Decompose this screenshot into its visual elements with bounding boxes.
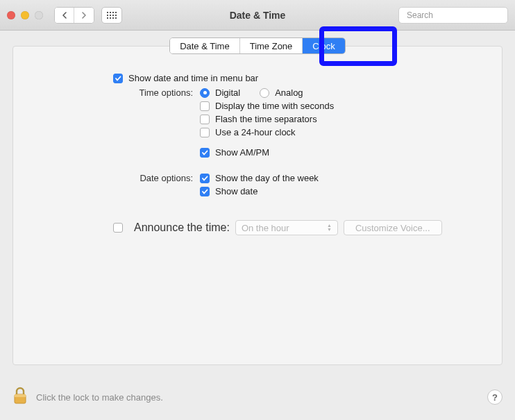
time-format-group: Digital Analog (200, 87, 334, 98)
tab-date-time[interactable]: Date & Time (170, 38, 240, 53)
tab-strip: Date & Time Time Zone Clock (12, 37, 503, 54)
show-in-menubar-label: Show date and time in menu bar (128, 73, 258, 83)
checkbox-flash-separators-label: Flash the time separators (215, 114, 317, 124)
lock-group: Click the lock to make changes. (12, 387, 163, 408)
checkbox-seconds[interactable] (200, 101, 210, 111)
checkmark-icon (201, 149, 208, 156)
show-all-button[interactable] (101, 7, 122, 24)
tab-time-zone[interactable]: Time Zone (240, 38, 303, 53)
footer: Click the lock to make changes. ? (12, 387, 503, 408)
radio-analog-label: Analog (275, 87, 303, 98)
minimize-window-button[interactable] (21, 11, 29, 19)
show-in-menubar-row: Show date and time in menu bar (113, 73, 474, 83)
chevron-right-icon (81, 12, 87, 19)
checkbox-ampm-label: Show AM/PM (215, 147, 269, 158)
close-window-button[interactable] (7, 11, 15, 19)
forward-button[interactable] (74, 8, 94, 23)
traffic-lights (7, 11, 43, 19)
svg-rect-3 (15, 394, 26, 397)
checkbox-seconds-label: Display the time with seconds (215, 101, 334, 111)
search-input[interactable] (407, 10, 511, 20)
select-arrows-icon: ▲▼ (327, 224, 332, 232)
time-options-column: Digital Analog Display the time with sec… (200, 87, 334, 158)
radio-digital-label: Digital (215, 87, 240, 98)
checkbox-show-date[interactable] (200, 187, 210, 196)
lock-icon[interactable] (12, 387, 28, 408)
checkmark-icon (115, 75, 121, 82)
zoom-window-button[interactable] (35, 11, 43, 19)
preferences-window: Date & Time Date & Time Time Zone Clock … (0, 0, 515, 420)
checkbox-show-date-label: Show date (215, 186, 258, 196)
show-in-menubar-checkbox[interactable] (113, 74, 123, 83)
announce-interval-value: On the hour (242, 223, 289, 233)
customize-voice-button: Customize Voice... (344, 220, 442, 235)
checkbox-24h-label: Use a 24-hour clock (215, 127, 296, 137)
search-field-wrap[interactable] (398, 7, 508, 24)
checkbox-ampm[interactable] (200, 148, 210, 158)
date-options-label: Date options: (113, 173, 200, 183)
checkbox-announce[interactable] (113, 223, 123, 233)
back-button[interactable] (55, 8, 74, 23)
radio-analog[interactable] (260, 88, 269, 98)
checkmark-icon (201, 175, 208, 182)
tab-clock[interactable]: Clock (303, 38, 345, 53)
date-options-column: Show the day of the week Show date (200, 173, 319, 196)
clock-panel: Show date and time in menu bar Time opti… (12, 46, 503, 365)
time-options-row: Time options: Digital Analog (113, 87, 474, 158)
date-options-row: Date options: Show the day of the week S… (113, 173, 474, 196)
grid-icon (107, 12, 117, 19)
nav-back-forward (54, 7, 94, 24)
help-button[interactable]: ? (487, 389, 503, 405)
titlebar: Date & Time (0, 0, 515, 31)
checkmark-icon (201, 188, 208, 195)
lock-text: Click the lock to make changes. (36, 392, 163, 403)
radio-digital[interactable] (200, 88, 210, 98)
time-options-label: Time options: (113, 87, 200, 98)
chevron-left-icon (62, 12, 67, 19)
announce-row: Announce the time: On the hour ▲▼ Custom… (113, 220, 474, 235)
checkbox-dow-label: Show the day of the week (215, 173, 319, 183)
announce-interval-select: On the hour ▲▼ (235, 220, 338, 235)
checkbox-24h[interactable] (200, 128, 210, 137)
tab-segmented-control: Date & Time Time Zone Clock (169, 37, 346, 54)
announce-label: Announce the time: (134, 221, 230, 234)
content-area: Date & Time Time Zone Clock Show date an… (0, 31, 515, 420)
checkbox-flash-separators[interactable] (200, 115, 210, 124)
checkbox-dow[interactable] (200, 174, 210, 183)
window-title: Date & Time (230, 10, 286, 21)
